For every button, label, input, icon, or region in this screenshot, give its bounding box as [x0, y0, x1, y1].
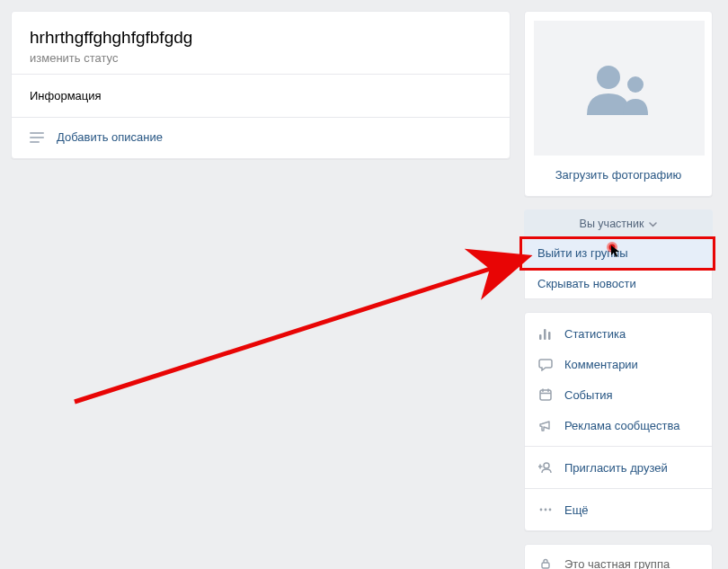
menu-item-events[interactable]: События: [525, 379, 712, 410]
group-photo-placeholder[interactable]: [534, 21, 705, 156]
add-description-link: Добавить описание: [57, 130, 163, 144]
svg-point-16: [549, 509, 552, 511]
menu-item-ads[interactable]: Реклама сообщества: [525, 410, 712, 440]
dropdown-item-label: Выйти из группы: [537, 246, 628, 260]
svg-point-11: [544, 463, 549, 468]
svg-rect-4: [539, 334, 542, 340]
more-icon: [537, 502, 554, 518]
chevron-down-icon: [649, 218, 657, 230]
dropdown-leave-group[interactable]: Выйти из группы: [525, 238, 712, 268]
text-lines-icon: [30, 132, 44, 143]
svg-rect-6: [548, 332, 551, 340]
change-status-link[interactable]: изменить статус: [30, 51, 492, 65]
people-placeholder-icon: [582, 61, 657, 115]
menu-item-statistics[interactable]: Статистика: [525, 318, 712, 349]
menu-item-label: Статистика: [564, 327, 626, 341]
menu-item-more[interactable]: Ещё: [525, 494, 712, 525]
divider: [525, 446, 712, 447]
megaphone-icon: [537, 417, 554, 433]
member-status-button[interactable]: Вы участник: [524, 209, 713, 238]
menu-item-invite[interactable]: Пригласить друзей: [525, 452, 712, 483]
svg-rect-5: [544, 329, 546, 340]
svg-point-1: [627, 76, 644, 93]
comment-icon: [537, 356, 554, 372]
menu-item-label: Пригласить друзей: [564, 461, 668, 475]
chart-bar-icon: [537, 325, 554, 342]
privacy-label: Это частная группа: [564, 557, 670, 570]
dropdown-item-label: Скрывать новости: [537, 277, 636, 290]
privacy-notice: Это частная группа: [524, 544, 713, 569]
svg-point-15: [545, 509, 547, 511]
member-dropdown: Выйти из группы Скрывать новости: [524, 238, 713, 299]
upload-photo-link[interactable]: Загрузить фотографию: [534, 168, 703, 182]
menu-item-label: Ещё: [564, 503, 589, 517]
svg-point-14: [540, 509, 543, 511]
svg-rect-17: [542, 563, 549, 568]
menu-item-label: Реклама сообщества: [564, 419, 680, 432]
divider: [525, 488, 712, 489]
menu-item-comments[interactable]: Комментарии: [525, 349, 712, 379]
member-status-label: Вы участник: [580, 218, 644, 230]
calendar-icon: [537, 387, 554, 403]
svg-point-0: [597, 66, 620, 89]
invite-icon: [537, 459, 554, 476]
svg-rect-7: [540, 390, 551, 400]
menu-item-label: События: [564, 388, 613, 402]
dropdown-hide-news[interactable]: Скрывать новости: [525, 269, 712, 298]
group-title: hrhrthgffghghfgfbfgdg: [30, 28, 492, 48]
info-section-label: Информация: [12, 75, 510, 117]
lock-icon: [537, 556, 554, 569]
add-description-row[interactable]: Добавить описание: [12, 118, 510, 158]
menu-item-label: Комментарии: [564, 358, 638, 371]
